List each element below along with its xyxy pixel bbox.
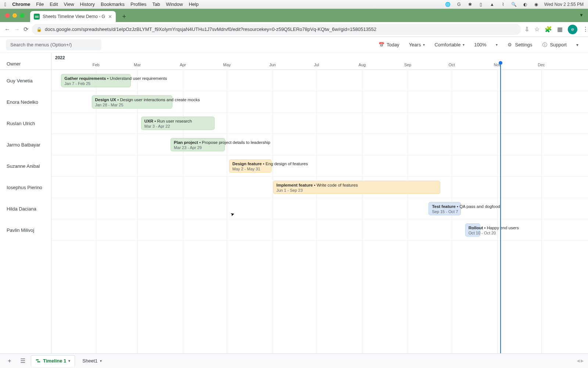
timeline-grid[interactable]: 2022 FebMarAprMayJunJulAugSepOctNovDec G… bbox=[51, 53, 588, 353]
month-label: Sep bbox=[404, 63, 412, 67]
owner-cell[interactable]: Hilda Daciana bbox=[0, 198, 51, 219]
sheet-tab-menu-button[interactable]: ▾ bbox=[68, 359, 70, 363]
task-title: Gather requirements • Understand user re… bbox=[64, 76, 128, 81]
status-wifi-icon[interactable]: ▲ bbox=[489, 1, 495, 7]
search-placeholder: Search the menus (Option+/) bbox=[10, 42, 72, 47]
owner-cell[interactable]: Ruslan Ulrich bbox=[0, 113, 51, 134]
sheet-tab-timeline[interactable]: Timeline 1 ▾ bbox=[31, 355, 75, 367]
task-bar[interactable]: Test feature • QA pass and dogfoodSep 15… bbox=[429, 202, 461, 215]
task-bar[interactable]: UXR • Run user researchMar 3 - Apr 22 bbox=[141, 117, 215, 130]
window-zoom-button[interactable] bbox=[20, 13, 24, 18]
menu-bookmarks[interactable]: Bookmarks bbox=[101, 1, 125, 7]
task-bar[interactable]: Plan project • Propose project details t… bbox=[171, 138, 225, 151]
task-bar[interactable]: Design feature • Eng design of featuresM… bbox=[229, 159, 271, 173]
month-label: Jul bbox=[314, 63, 319, 67]
owner-cell[interactable]: Guy Venetia bbox=[0, 70, 51, 91]
menu-history[interactable]: History bbox=[80, 1, 95, 7]
status-siri-icon[interactable]: ◉ bbox=[533, 1, 539, 7]
month-label: Apr bbox=[180, 63, 186, 67]
menu-tab[interactable]: Tab bbox=[152, 1, 160, 7]
settings-label: Settings bbox=[515, 42, 532, 47]
install-app-icon[interactable]: ⇩ bbox=[524, 26, 529, 33]
tab-title: Sheets Timeline View Demo - G bbox=[43, 14, 105, 19]
today-indicator-dot bbox=[499, 61, 502, 65]
today-button[interactable]: 📅 Today bbox=[375, 40, 403, 50]
zoom-dropdown[interactable]: ▾ bbox=[492, 43, 501, 47]
bookmark-star-icon[interactable]: ☆ bbox=[534, 26, 539, 33]
window-close-button[interactable] bbox=[5, 13, 10, 18]
add-sheet-button[interactable]: + bbox=[4, 356, 15, 366]
task-bar[interactable]: Design UX • Design user interactions and… bbox=[92, 95, 172, 109]
menu-profiles[interactable]: Profiles bbox=[130, 1, 146, 7]
task-dates: Jan 7 - Feb 25 bbox=[64, 81, 128, 86]
status-bluetooth-icon[interactable]: ✱ bbox=[467, 1, 473, 7]
task-bar[interactable]: Implement feature • Write code of featur… bbox=[273, 181, 441, 194]
address-bar[interactable]: 🔒 docs.google.com/spreadsheets/d/1eIpOzJ… bbox=[32, 24, 521, 35]
menubar-clock[interactable]: Wed Nov 2 2:55 PM bbox=[544, 2, 584, 7]
apple-menu-icon[interactable]:  bbox=[4, 1, 6, 7]
task-bar[interactable]: Gather requirements • Understand user re… bbox=[61, 74, 131, 87]
range-dropdown[interactable]: Years ▾ bbox=[405, 40, 429, 50]
group-by-header[interactable]: Owner bbox=[0, 53, 51, 70]
menu-window[interactable]: Window bbox=[166, 1, 183, 7]
chrome-menu-button[interactable]: ⋮ bbox=[582, 26, 588, 33]
owner-cell[interactable]: Jarmo Batbayar bbox=[0, 134, 51, 155]
profile-avatar[interactable]: e bbox=[568, 25, 577, 34]
timeline-row: Gather requirements • Understand user re… bbox=[51, 70, 588, 91]
menu-file[interactable]: File bbox=[36, 1, 44, 7]
density-label: Comfortable bbox=[434, 42, 460, 47]
svg-rect-0 bbox=[36, 359, 39, 360]
extensions-icon[interactable]: 🧩 bbox=[545, 26, 552, 33]
all-sheets-button[interactable]: ☰ bbox=[18, 356, 28, 366]
browser-tab[interactable]: Sheets Timeline View Demo - G ✕ bbox=[30, 11, 116, 22]
lock-icon: 🔒 bbox=[36, 27, 42, 32]
month-label: Oct bbox=[449, 63, 455, 67]
timeline-row: Test feature • QA pass and dogfoodSep 15… bbox=[51, 198, 588, 219]
tabs-overflow-button[interactable]: ▼ bbox=[579, 13, 584, 18]
status-wifi2-icon[interactable]: ⌇ bbox=[500, 1, 506, 7]
timeline-row: Plan project • Propose project details t… bbox=[51, 134, 588, 155]
menu-edit[interactable]: Edit bbox=[50, 1, 58, 7]
status-battery-icon[interactable]: ▯ bbox=[478, 1, 484, 7]
status-globe-icon[interactable]: 🌐 bbox=[445, 1, 451, 7]
task-dates: May 2 - May 31 bbox=[232, 166, 268, 171]
app-name[interactable]: Chrome bbox=[12, 1, 30, 7]
support-button[interactable]: ⓘ Support bbox=[538, 40, 570, 50]
nav-forward-button[interactable]: → bbox=[14, 26, 20, 33]
url-text: docs.google.com/spreadsheets/d/1eIpOzJzB… bbox=[45, 26, 376, 32]
status-control-center-icon[interactable]: ◐ bbox=[522, 1, 528, 7]
task-bar[interactable]: Rollout • Happy end usersOct 10 - Oct 20 bbox=[465, 223, 480, 237]
owner-cell[interactable]: Enora Nedelko bbox=[0, 91, 51, 113]
chrome-tab-strip: Sheets Timeline View Demo - G ✕ + ▼ bbox=[0, 9, 588, 22]
owner-cell[interactable]: Pavlin Milivoj bbox=[0, 219, 51, 241]
sheet-tab-menu-button[interactable]: ▾ bbox=[100, 359, 102, 363]
status-google-icon[interactable]: G bbox=[456, 1, 462, 7]
favicon-sheets-icon bbox=[34, 14, 40, 20]
help-icon: ⓘ bbox=[542, 42, 548, 48]
macos-menubar:  Chrome File Edit View History Bookmark… bbox=[0, 0, 588, 9]
owner-cell[interactable]: Iosephus Pierino bbox=[0, 177, 51, 198]
status-search-icon[interactable]: 🔍 bbox=[511, 1, 517, 7]
sheet-tab-sheet1[interactable]: Sheet1 ▾ bbox=[78, 355, 106, 367]
settings-button[interactable]: ⚙ Settings bbox=[503, 40, 536, 50]
month-label: Feb bbox=[93, 63, 100, 67]
density-dropdown[interactable]: Comfortable ▾ bbox=[431, 40, 468, 50]
timeline-row: Rollout • Happy end usersOct 10 - Oct 20 bbox=[51, 219, 588, 241]
task-dates: Mar 3 - Apr 22 bbox=[144, 124, 211, 129]
nav-reload-button[interactable]: ⟳ bbox=[24, 26, 28, 33]
tab-close-button[interactable]: ✕ bbox=[108, 14, 112, 20]
menu-search-input[interactable]: Search the menus (Option+/) bbox=[6, 39, 101, 50]
window-minimize-button[interactable] bbox=[12, 13, 17, 18]
owner-cell[interactable]: Suzanne Anibal bbox=[0, 155, 51, 177]
zoom-display[interactable]: 100% bbox=[470, 40, 490, 50]
task-title: Design UX • Design user interactions and… bbox=[95, 97, 169, 102]
sheet-scroll-controls[interactable]: ◀ ▶ bbox=[577, 358, 584, 363]
collapse-toolbar-button[interactable]: ▾ bbox=[573, 42, 582, 47]
menu-help[interactable]: Help bbox=[189, 1, 199, 7]
side-panel-icon[interactable]: ▦ bbox=[557, 26, 563, 33]
window-controls bbox=[4, 9, 27, 22]
nav-back-button[interactable]: ← bbox=[4, 26, 10, 33]
menu-view[interactable]: View bbox=[64, 1, 74, 7]
timeline-row: Implement feature • Write code of featur… bbox=[51, 177, 588, 198]
new-tab-button[interactable]: + bbox=[119, 12, 129, 21]
